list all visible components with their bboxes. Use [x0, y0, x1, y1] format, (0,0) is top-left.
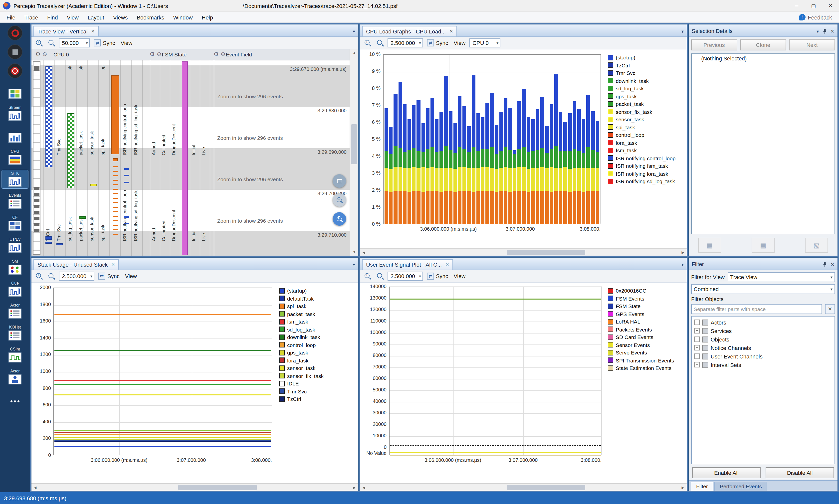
menu-file[interactable]: File	[2, 12, 20, 23]
trace-event-mark[interactable]	[67, 113, 74, 188]
tab-cpu-load[interactable]: CPU Load Graphs - CPU Load...✕	[362, 26, 457, 36]
signal-line[interactable]	[390, 446, 601, 446]
view-menu-button[interactable]: View	[124, 273, 138, 280]
view-menu-button[interactable]: View	[119, 39, 134, 47]
legend-item[interactable]: GPS Events	[608, 311, 674, 317]
stacked-bar[interactable]	[568, 113, 572, 224]
filter-object-tree[interactable]: +Actors+Services+Objects+Notice Channels…	[691, 316, 835, 464]
chevron-down-icon[interactable]: ▾	[353, 262, 355, 267]
legend-item[interactable]: spi_task	[608, 124, 675, 130]
menu-bookmarks[interactable]: Bookmarks	[132, 12, 168, 23]
sidebar-item-cpu-load-graph[interactable]: CPU	[2, 148, 28, 166]
stacked-bar[interactable]	[522, 89, 525, 224]
interval-combo[interactable]: 2.500.000▾	[388, 38, 423, 48]
clone-button[interactable]: Clone	[740, 39, 786, 50]
view-menu-button[interactable]: View	[452, 39, 467, 47]
sidebar-item-stream[interactable]: Stream	[2, 104, 28, 122]
scroll-up-arrow[interactable]: ▲	[350, 50, 358, 56]
stacked-bar[interactable]	[472, 75, 475, 224]
legend-item[interactable]: State Estimation Events	[608, 365, 674, 371]
zoom-in-float-button[interactable]: +	[333, 212, 346, 226]
horizontal-scrollbar[interactable]: ◀▶	[360, 483, 687, 491]
checkbox[interactable]	[702, 319, 708, 325]
legend-item[interactable]: TzCtrl	[279, 396, 324, 402]
sidebar-item-kernel-object-history[interactable]: KOHst	[2, 324, 28, 342]
selection-tree[interactable]: --- (Nothing Selected)	[691, 53, 835, 234]
filter-tree-item-objects[interactable]: +Objects	[693, 335, 834, 343]
legend-item[interactable]: control_loop	[608, 132, 675, 138]
menu-find[interactable]: Find	[43, 12, 63, 23]
cpu-select-combo[interactable]: CPU 0▾	[469, 38, 500, 48]
trace-event-mark[interactable]	[124, 168, 129, 170]
legend-item[interactable]: SPI Transmission Events	[608, 357, 674, 363]
tab-performed-events[interactable]: Performed Events	[714, 482, 767, 491]
trace-event-mark[interactable]	[46, 236, 52, 240]
series-line[interactable]	[54, 384, 271, 385]
scrollbar-thumb[interactable]	[179, 485, 257, 490]
legend-item[interactable]: SD Card Events	[608, 334, 674, 340]
legend-item[interactable]: ISR notifying sd_log_task	[608, 178, 675, 184]
stacked-bar[interactable]	[518, 101, 521, 224]
stacked-bar[interactable]	[435, 119, 439, 224]
interval-combo[interactable]: 2.500.000▾	[388, 272, 423, 281]
scroll-right-arrow[interactable]: ▶	[679, 484, 687, 491]
chevron-down-icon[interactable]: ▾	[681, 29, 684, 34]
sync-toggle[interactable]: ⇄Sync	[426, 272, 450, 280]
cpu-load-chart[interactable]: 10 %9 %8 %7 %6 %5 %4 %3 %2 %1 %0 %3:06.0…	[360, 50, 687, 256]
legend-item[interactable]: ISR notifying fsm_task	[608, 163, 675, 169]
stacked-bar[interactable]	[453, 123, 457, 224]
stacked-bar[interactable]	[582, 119, 585, 224]
stacked-bar[interactable]	[467, 126, 471, 224]
scroll-right-arrow[interactable]: ▶	[679, 249, 687, 256]
menu-help[interactable]: Help	[197, 12, 217, 23]
legend-item[interactable]: TzCtrl	[608, 62, 675, 68]
series-line[interactable]	[54, 395, 271, 396]
series-line[interactable]	[54, 380, 271, 381]
scrollbar-thumb[interactable]	[507, 485, 586, 490]
show-in-trace-icon[interactable]: ▦	[698, 238, 721, 253]
legend-item[interactable]: defaultTask	[279, 295, 324, 301]
tab-trace-view[interactable]: Trace View - Vertical✕	[34, 26, 99, 36]
stacked-bar[interactable]	[408, 119, 411, 224]
close-button[interactable]: ✕	[822, 0, 839, 12]
filter-mode-select[interactable]: Combined▾	[691, 284, 835, 294]
expand-icon[interactable]: +	[694, 354, 700, 359]
stacked-bar[interactable]	[430, 98, 434, 224]
zoom-in-button[interactable]: +	[362, 272, 373, 280]
filter-tree-item-notice-channels[interactable]: +Notice Channels	[693, 343, 834, 352]
user-event-chart[interactable]: 1400001300001200001100001000009000080000…	[360, 283, 687, 491]
legend-item[interactable]: packet_task	[279, 311, 324, 317]
export-selection-icon[interactable]: ▧	[805, 238, 828, 253]
legend-item[interactable]: fsm_task	[608, 147, 675, 153]
trace-event-mark[interactable]	[113, 158, 118, 161]
stacked-bar[interactable]	[573, 101, 576, 224]
close-icon[interactable]: ✕	[449, 29, 453, 34]
stacked-bar[interactable]	[477, 113, 480, 224]
legend-item[interactable]: sensor_task	[279, 365, 324, 371]
sync-toggle[interactable]: ⇄Sync	[97, 272, 121, 280]
legend-item[interactable]: ISR notifying control_loop	[608, 155, 675, 161]
stacked-bar[interactable]	[440, 112, 443, 224]
legend-item[interactable]: Packets Events	[608, 326, 674, 332]
stacked-bar[interactable]	[587, 95, 590, 224]
menu-views[interactable]: Views	[109, 12, 132, 23]
stacked-bar[interactable]	[499, 112, 503, 224]
minimize-button[interactable]: ─	[788, 0, 805, 12]
zoom-out-button[interactable]: −	[375, 272, 385, 280]
stacked-bar[interactable]	[508, 108, 512, 224]
filter-search-input[interactable]	[691, 304, 822, 314]
stacked-bar[interactable]	[513, 150, 517, 224]
checkbox[interactable]	[702, 336, 708, 342]
sidebar-item-overview[interactable]	[2, 83, 28, 100]
sidebar-item-context-switch-intensity[interactable]: CSInt	[2, 346, 28, 364]
collapse-icon[interactable]: ⊖	[221, 51, 225, 57]
stop-button-icon[interactable]	[7, 44, 22, 59]
scrollbar-thumb[interactable]	[351, 124, 357, 164]
legend-item[interactable]: FSM Events	[608, 295, 674, 301]
stacked-bar[interactable]	[591, 111, 594, 224]
tab-stack-usage[interactable]: Stack Usage - Unused Stack✕	[34, 259, 119, 270]
series-line[interactable]	[54, 440, 271, 441]
stacked-bar[interactable]	[541, 96, 544, 224]
chevron-down-icon[interactable]: ▾	[353, 29, 355, 34]
stacked-bar[interactable]	[536, 109, 539, 224]
